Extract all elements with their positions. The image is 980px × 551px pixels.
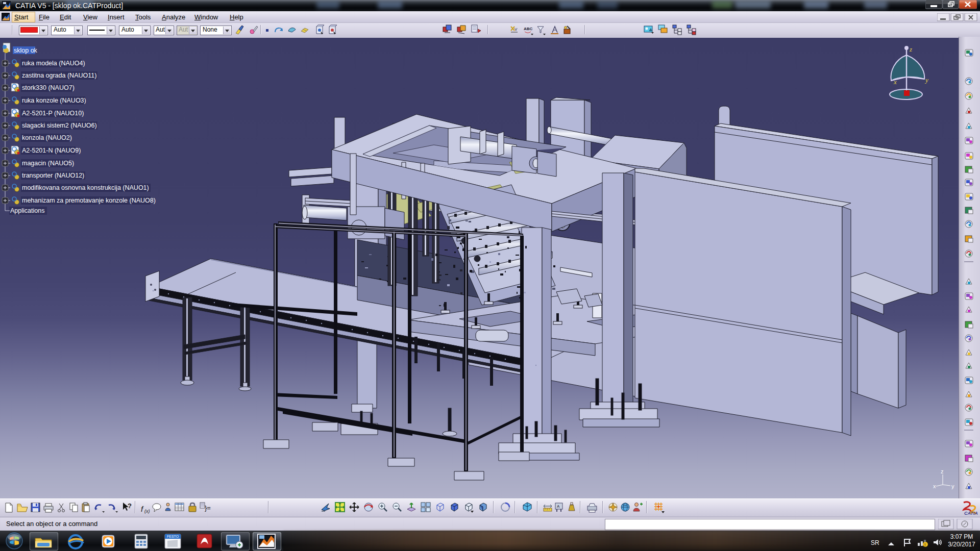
svg-text:ABC: ABC bbox=[524, 27, 533, 31]
svg-text:modifikovana osnovna konstrukc: modifikovana osnovna konstrukcija (NAUO1… bbox=[22, 184, 149, 191]
svg-text:slagacki sistem2 (NAUO6): slagacki sistem2 (NAUO6) bbox=[22, 122, 97, 129]
svg-text:x: x bbox=[893, 78, 897, 86]
svg-text:konzola (NAUO2): konzola (NAUO2) bbox=[22, 134, 72, 141]
svg-text:x: x bbox=[933, 483, 936, 489]
svg-text:Applications: Applications bbox=[10, 207, 44, 214]
svg-text:magacin (NAUO5): magacin (NAUO5) bbox=[22, 160, 74, 167]
svg-text:A2-5201-P (NAUO10): A2-5201-P (NAUO10) bbox=[22, 110, 84, 117]
svg-text:z: z bbox=[941, 468, 944, 474]
svg-text:sklop ok: sklop ok bbox=[14, 47, 38, 54]
svg-text:A: A bbox=[557, 504, 560, 509]
svg-text:(x): (x) bbox=[144, 509, 150, 514]
svg-text:stork330 (NAUO7): stork330 (NAUO7) bbox=[22, 84, 75, 91]
svg-text:mehanizam za premotavanje konz: mehanizam za premotavanje konzole (NAUO8… bbox=[22, 197, 156, 204]
svg-text:z: z bbox=[909, 45, 912, 53]
svg-text:y: y bbox=[951, 483, 954, 489]
svg-text:ruka modela (NAUO4): ruka modela (NAUO4) bbox=[22, 60, 85, 67]
svg-text:A2-5201-N (NAUO9): A2-5201-N (NAUO9) bbox=[22, 147, 81, 154]
svg-text:}=: }= bbox=[205, 504, 211, 512]
svg-text:!: ! bbox=[924, 542, 926, 547]
svg-text:y: y bbox=[924, 76, 928, 84]
svg-text:f: f bbox=[141, 505, 144, 513]
svg-text:CATIA: CATIA bbox=[964, 511, 978, 516]
svg-text:zastitna ograda (NAUO11): zastitna ograda (NAUO11) bbox=[22, 72, 96, 79]
svg-text:V: V bbox=[514, 27, 518, 32]
svg-text:FESTO: FESTO bbox=[167, 535, 179, 538]
svg-text:ruka konzole (NAUO3): ruka konzole (NAUO3) bbox=[22, 97, 86, 104]
svg-text:?: ? bbox=[128, 502, 132, 510]
svg-text:transporter (NAUO12): transporter (NAUO12) bbox=[22, 172, 84, 179]
